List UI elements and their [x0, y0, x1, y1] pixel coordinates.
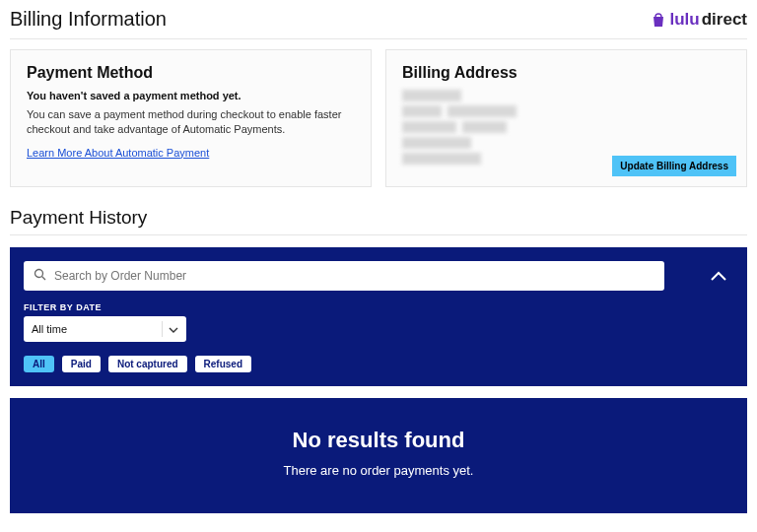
divider — [10, 234, 747, 235]
chip-paid[interactable]: Paid — [62, 356, 101, 372]
logo-suffix: direct — [702, 10, 747, 30]
search-input[interactable] — [54, 269, 654, 283]
filter-by-date-label: FILTER BY DATE — [24, 302, 733, 312]
chevron-up-icon[interactable] — [710, 269, 727, 287]
svg-point-0 — [35, 270, 43, 278]
payment-method-heading: Payment Method — [27, 64, 355, 82]
chip-all[interactable]: All — [24, 356, 54, 372]
svg-line-1 — [42, 277, 46, 281]
filter-panel: FILTER BY DATE All time All Paid Not cap… — [10, 247, 747, 386]
date-filter-value: All time — [32, 323, 67, 335]
page-title: Billing Information — [10, 8, 167, 31]
status-chip-row: All Paid Not captured Refused — [24, 356, 733, 372]
payment-history-heading: Payment History — [10, 207, 747, 229]
brand-logo: luludirect — [652, 10, 747, 30]
logo-brand: lulu — [669, 10, 699, 30]
no-results-subtitle: There are no order payments yet. — [20, 463, 737, 478]
no-results-title: No results found — [20, 428, 737, 453]
results-panel: No results found There are no order paym… — [10, 398, 747, 513]
chip-not-captured[interactable]: Not captured — [108, 356, 187, 372]
payment-method-description: You can save a payment method during che… — [27, 107, 355, 137]
search-icon — [34, 267, 54, 285]
date-filter-select[interactable]: All time — [24, 316, 186, 342]
learn-more-link[interactable]: Learn More About Automatic Payment — [27, 147, 209, 159]
payment-method-status: You haven't saved a payment method yet. — [27, 90, 355, 101]
payment-method-card: Payment Method You haven't saved a payme… — [10, 49, 372, 187]
billing-address-redacted — [402, 90, 730, 165]
billing-address-heading: Billing Address — [402, 64, 730, 82]
chevron-down-icon — [169, 323, 178, 335]
search-field-wrap[interactable] — [24, 261, 664, 291]
chip-refused[interactable]: Refused — [195, 356, 251, 372]
billing-address-card: Billing Address Update Billing Address — [385, 49, 747, 187]
shopping-bag-icon — [652, 12, 665, 28]
update-billing-address-button[interactable]: Update Billing Address — [612, 156, 736, 176]
